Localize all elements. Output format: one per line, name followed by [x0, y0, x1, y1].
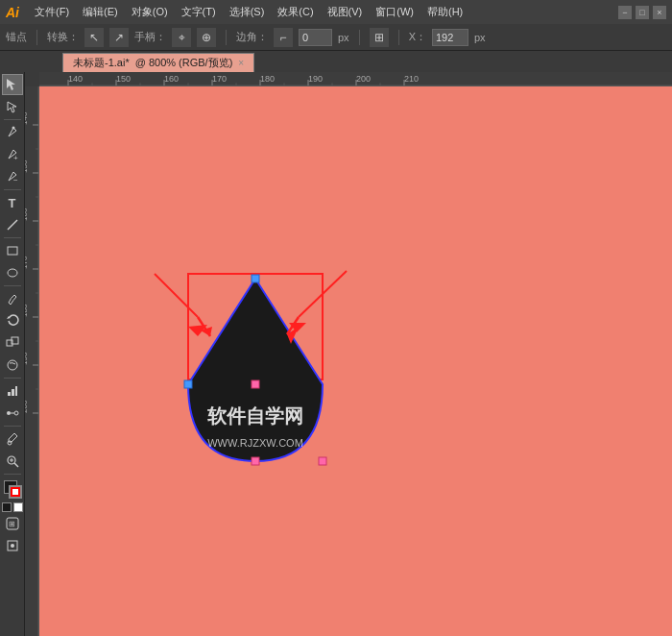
tab-title: 未标题-1.ai* [73, 56, 130, 70]
maximize-button[interactable]: □ [636, 6, 649, 19]
divider-3 [359, 30, 360, 45]
svg-marker-1 [8, 102, 16, 112]
menu-object[interactable]: 对象(O) [126, 3, 174, 21]
window-controls: − □ × [618, 6, 666, 19]
anchor-left[interactable] [184, 380, 192, 388]
svg-rect-14 [15, 386, 17, 396]
color-white-btn[interactable] [13, 502, 23, 512]
x-input[interactable] [432, 29, 468, 46]
tool-rect[interactable] [2, 240, 23, 261]
color-mode-btns [2, 502, 23, 512]
tool-blend[interactable] [2, 403, 23, 424]
tool-scale[interactable] [2, 332, 23, 354]
svg-rect-6 [8, 247, 17, 255]
watermark-text-sub: WWW.RJZXW.COM [207, 437, 303, 449]
svg-text:−: − [13, 176, 18, 183]
tool-type[interactable]: T [2, 192, 23, 213]
ruler-v-svg: 140 150 160 170 180 190 200 [25, 86, 39, 636]
canvas-container[interactable]: 140 150 160 170 180 190 200 210 [25, 72, 672, 636]
anchor-right-bottom[interactable] [319, 457, 326, 465]
divider-4 [398, 30, 399, 45]
tool-add-anchor[interactable]: + [2, 144, 23, 165]
ruler-h-svg: 140 150 160 170 180 190 200 210 [39, 72, 672, 86]
svg-text:170: 170 [212, 74, 227, 84]
tool-select[interactable] [2, 74, 23, 95]
handle-btn1[interactable]: ⌖ [172, 28, 191, 47]
menu-window[interactable]: 窗口(W) [370, 3, 420, 21]
svg-point-15 [7, 411, 11, 415]
x-label: X： [409, 30, 426, 44]
handle-btn2[interactable]: ⊕ [197, 28, 216, 47]
tool-delete-anchor[interactable]: − [2, 166, 23, 187]
svg-text:190: 190 [25, 352, 29, 365]
arrow2-tool-btn[interactable]: ↗ [109, 28, 129, 47]
menu-effect[interactable]: 效果(C) [272, 3, 319, 21]
corner-shape-btn[interactable]: ⌐ [274, 28, 293, 47]
svg-rect-74 [39, 86, 672, 636]
svg-line-5 [8, 220, 17, 230]
anchor-label: 锚点 [6, 30, 27, 44]
svg-text:140: 140 [68, 74, 83, 84]
menu-edit[interactable]: 编辑(E) [77, 3, 124, 21]
svg-text:190: 190 [308, 74, 323, 84]
ruler-corner [25, 72, 39, 86]
canvas-drawing-area[interactable]: 软件自学网 WWW.RJZXW.COM [39, 86, 672, 636]
tool-extra-2[interactable] [2, 535, 23, 556]
tool-ellipse[interactable] [2, 262, 23, 283]
svg-text:180: 180 [260, 74, 275, 84]
align-btn[interactable]: ⊞ [370, 28, 389, 47]
svg-text:170: 170 [25, 256, 29, 269]
watermark-text-main: 软件自学网 [206, 405, 303, 427]
corner-input[interactable] [299, 29, 332, 46]
anchor-bottom[interactable] [252, 457, 259, 465]
color-fill-stroke[interactable] [2, 478, 23, 500]
tool-eyedropper[interactable] [2, 428, 23, 450]
svg-text:⊞: ⊞ [9, 520, 15, 528]
menu-view[interactable]: 视图(V) [322, 3, 369, 21]
menu-select[interactable]: 选择(S) [224, 3, 271, 21]
tool-rotate[interactable] [2, 310, 23, 331]
tool-graph[interactable] [2, 380, 23, 402]
stroke-box[interactable] [9, 485, 22, 499]
anchor-top[interactable] [252, 275, 259, 282]
tool-pen[interactable] [2, 122, 23, 143]
svg-marker-0 [7, 79, 15, 90]
svg-line-20 [14, 463, 18, 467]
tool-extra-1[interactable]: ⊞ [2, 513, 23, 534]
tool-warp[interactable] [2, 355, 23, 376]
document-tab[interactable]: 未标题-1.ai* @ 800% (RGB/预览) × [62, 53, 254, 72]
menu-text[interactable]: 文字(T) [176, 3, 222, 21]
tab-subtitle: @ 800% (RGB/预览) [135, 56, 233, 70]
tool-zoom-canvas[interactable] [2, 451, 23, 472]
menu-file[interactable]: 文件(F) [29, 3, 75, 21]
arrow-tool-btn[interactable]: ↖ [84, 28, 104, 47]
svg-text:160: 160 [25, 208, 29, 221]
main-canvas-svg: 软件自学网 WWW.RJZXW.COM [39, 86, 672, 636]
transform-label: 转换： [47, 30, 79, 44]
svg-text:180: 180 [25, 304, 29, 317]
tool-separator-6 [4, 426, 21, 427]
color-none-btn[interactable] [2, 502, 12, 512]
tool-line[interactable] [2, 214, 23, 235]
anchor-mid[interactable] [252, 380, 259, 388]
left-toolbar: + − T [0, 72, 25, 636]
svg-text:200: 200 [25, 400, 29, 413]
tool-pencil[interactable] [2, 288, 23, 309]
app-logo: Ai [6, 5, 19, 20]
close-button[interactable]: × [653, 6, 666, 19]
tool-separator-2 [4, 189, 21, 190]
svg-point-7 [8, 269, 17, 277]
corner-label: 边角： [236, 30, 268, 44]
menu-help[interactable]: 帮助(H) [421, 3, 468, 21]
svg-text:200: 200 [356, 74, 371, 84]
tool-direct-select[interactable] [2, 96, 23, 117]
svg-rect-13 [12, 389, 14, 396]
minimize-button[interactable]: − [618, 6, 632, 19]
tab-close[interactable]: × [238, 58, 244, 68]
svg-point-11 [8, 360, 17, 370]
corner-unit: px [338, 32, 349, 43]
tool-separator-5 [4, 378, 21, 379]
handle-label: 手柄： [134, 30, 166, 44]
control-bar: 锚点 转换： ↖ ↗ 手柄： ⌖ ⊕ 边角： ⌐ px ⊞ X： px [0, 24, 672, 51]
title-bar: Ai 文件(F) 编辑(E) 对象(O) 文字(T) 选择(S) 效果(C) 视… [0, 0, 672, 24]
